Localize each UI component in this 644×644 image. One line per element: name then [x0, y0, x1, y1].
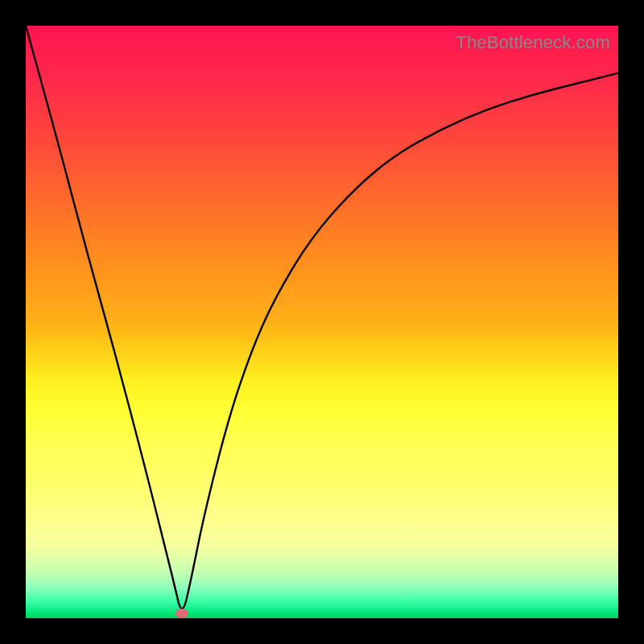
plot-area: TheBottleneck.com — [26, 26, 618, 618]
minimum-marker — [175, 609, 188, 618]
watermark: TheBottleneck.com — [456, 32, 610, 53]
bottleneck-curve — [26, 26, 618, 618]
chart-frame: TheBottleneck.com — [0, 0, 644, 644]
